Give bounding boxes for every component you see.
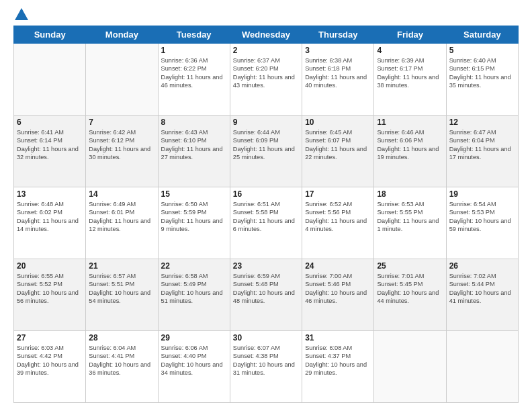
day-number: 13 — [17, 189, 83, 199]
calendar-day-header: Thursday — [302, 26, 374, 44]
day-number: 5 — [449, 46, 515, 55]
day-info: Sunrise: 7:02 AM Sunset: 5:44 PM Dayligh… — [449, 272, 515, 306]
calendar-cell — [86, 44, 158, 116]
calendar-cell: 3Sunrise: 6:38 AM Sunset: 6:18 PM Daylig… — [302, 44, 374, 116]
day-number: 26 — [449, 261, 515, 271]
day-number: 15 — [161, 189, 227, 199]
calendar-week-row: 1Sunrise: 6:36 AM Sunset: 6:22 PM Daylig… — [14, 44, 519, 116]
day-number: 9 — [233, 118, 299, 127]
day-info: Sunrise: 6:39 AM Sunset: 6:17 PM Dayligh… — [377, 56, 443, 90]
calendar-cell: 24Sunrise: 7:00 AM Sunset: 5:46 PM Dayli… — [302, 259, 374, 331]
day-info: Sunrise: 6:38 AM Sunset: 6:18 PM Dayligh… — [305, 56, 371, 90]
calendar-cell: 25Sunrise: 7:01 AM Sunset: 5:45 PM Dayli… — [374, 259, 446, 331]
calendar-cell: 20Sunrise: 6:55 AM Sunset: 5:52 PM Dayli… — [14, 259, 86, 331]
calendar-cell: 12Sunrise: 6:47 AM Sunset: 6:04 PM Dayli… — [446, 116, 518, 187]
day-info: Sunrise: 6:40 AM Sunset: 6:15 PM Dayligh… — [449, 56, 515, 90]
day-info: Sunrise: 6:50 AM Sunset: 5:59 PM Dayligh… — [161, 200, 227, 234]
day-info: Sunrise: 6:53 AM Sunset: 5:55 PM Dayligh… — [377, 200, 443, 234]
calendar-cell: 6Sunrise: 6:41 AM Sunset: 6:14 PM Daylig… — [14, 116, 86, 187]
calendar-cell: 13Sunrise: 6:48 AM Sunset: 6:02 PM Dayli… — [14, 187, 86, 259]
day-info: Sunrise: 6:57 AM Sunset: 5:51 PM Dayligh… — [89, 272, 154, 306]
calendar-cell: 18Sunrise: 6:53 AM Sunset: 5:55 PM Dayli… — [374, 187, 446, 259]
calendar-table: SundayMondayTuesdayWednesdayThursdayFrid… — [13, 26, 519, 403]
calendar-cell: 14Sunrise: 6:49 AM Sunset: 6:01 PM Dayli… — [86, 187, 158, 259]
day-number: 31 — [305, 333, 371, 342]
day-number: 20 — [17, 261, 83, 271]
day-info: Sunrise: 6:49 AM Sunset: 6:01 PM Dayligh… — [89, 200, 154, 234]
day-info: Sunrise: 7:01 AM Sunset: 5:45 PM Dayligh… — [377, 272, 443, 306]
calendar-cell: 17Sunrise: 6:52 AM Sunset: 5:56 PM Dayli… — [302, 187, 374, 259]
day-info: Sunrise: 6:08 AM Sunset: 4:37 PM Dayligh… — [305, 344, 371, 377]
day-info: Sunrise: 6:37 AM Sunset: 6:20 PM Dayligh… — [233, 56, 299, 90]
calendar-week-row: 13Sunrise: 6:48 AM Sunset: 6:02 PM Dayli… — [14, 187, 519, 259]
day-info: Sunrise: 6:51 AM Sunset: 5:58 PM Dayligh… — [233, 200, 299, 234]
day-number: 27 — [17, 333, 83, 342]
calendar-cell: 21Sunrise: 6:57 AM Sunset: 5:51 PM Dayli… — [86, 259, 158, 331]
calendar-cell: 5Sunrise: 6:40 AM Sunset: 6:15 PM Daylig… — [446, 44, 518, 116]
day-number: 16 — [233, 189, 299, 199]
calendar-day-header: Friday — [374, 26, 446, 44]
day-number: 2 — [233, 46, 299, 55]
day-number: 29 — [161, 333, 227, 342]
day-number: 14 — [89, 189, 154, 199]
day-number: 21 — [89, 261, 154, 271]
calendar-cell: 15Sunrise: 6:50 AM Sunset: 5:59 PM Dayli… — [158, 187, 230, 259]
calendar-cell: 1Sunrise: 6:36 AM Sunset: 6:22 PM Daylig… — [158, 44, 230, 116]
calendar-cell: 22Sunrise: 6:58 AM Sunset: 5:49 PM Dayli… — [158, 259, 230, 331]
calendar-cell — [446, 331, 518, 403]
calendar-day-header: Tuesday — [158, 26, 230, 44]
calendar-cell — [14, 44, 86, 116]
calendar-day-header: Saturday — [446, 26, 518, 44]
calendar-week-row: 27Sunrise: 6:03 AM Sunset: 4:42 PM Dayli… — [14, 331, 519, 403]
day-number: 28 — [89, 333, 154, 342]
calendar-cell: 10Sunrise: 6:45 AM Sunset: 6:07 PM Dayli… — [302, 116, 374, 187]
calendar-week-row: 20Sunrise: 6:55 AM Sunset: 5:52 PM Dayli… — [14, 259, 519, 331]
calendar-week-row: 6Sunrise: 6:41 AM Sunset: 6:14 PM Daylig… — [14, 116, 519, 187]
day-number: 24 — [305, 261, 371, 271]
day-info: Sunrise: 6:07 AM Sunset: 4:38 PM Dayligh… — [233, 344, 299, 377]
calendar-cell: 30Sunrise: 6:07 AM Sunset: 4:38 PM Dayli… — [230, 331, 302, 403]
day-number: 4 — [377, 46, 443, 55]
calendar-cell: 16Sunrise: 6:51 AM Sunset: 5:58 PM Dayli… — [230, 187, 302, 259]
calendar-cell: 9Sunrise: 6:44 AM Sunset: 6:09 PM Daylig… — [230, 116, 302, 187]
day-info: Sunrise: 6:06 AM Sunset: 4:40 PM Dayligh… — [161, 344, 227, 377]
calendar-cell: 19Sunrise: 6:54 AM Sunset: 5:53 PM Dayli… — [446, 187, 518, 259]
day-info: Sunrise: 6:54 AM Sunset: 5:53 PM Dayligh… — [449, 200, 515, 234]
day-number: 30 — [233, 333, 299, 342]
calendar-cell — [374, 331, 446, 403]
calendar-cell: 29Sunrise: 6:06 AM Sunset: 4:40 PM Dayli… — [158, 331, 230, 403]
day-info: Sunrise: 6:44 AM Sunset: 6:09 PM Dayligh… — [233, 128, 299, 162]
day-info: Sunrise: 6:03 AM Sunset: 4:42 PM Dayligh… — [17, 344, 83, 377]
day-number: 11 — [377, 118, 443, 127]
day-info: Sunrise: 6:42 AM Sunset: 6:12 PM Dayligh… — [89, 128, 154, 162]
calendar-day-header: Sunday — [14, 26, 86, 44]
day-number: 12 — [449, 118, 515, 127]
day-info: Sunrise: 6:36 AM Sunset: 6:22 PM Dayligh… — [161, 56, 227, 90]
day-info: Sunrise: 7:00 AM Sunset: 5:46 PM Dayligh… — [305, 272, 371, 306]
logo — [13, 11, 28, 20]
calendar-cell: 31Sunrise: 6:08 AM Sunset: 4:37 PM Dayli… — [302, 331, 374, 403]
day-info: Sunrise: 6:04 AM Sunset: 4:41 PM Dayligh… — [89, 344, 154, 377]
day-info: Sunrise: 6:52 AM Sunset: 5:56 PM Dayligh… — [305, 200, 371, 234]
day-number: 22 — [161, 261, 227, 271]
day-number: 25 — [377, 261, 443, 271]
calendar-cell: 11Sunrise: 6:46 AM Sunset: 6:06 PM Dayli… — [374, 116, 446, 187]
day-number: 23 — [233, 261, 299, 271]
day-info: Sunrise: 6:47 AM Sunset: 6:04 PM Dayligh… — [449, 128, 515, 162]
calendar-cell: 2Sunrise: 6:37 AM Sunset: 6:20 PM Daylig… — [230, 44, 302, 116]
calendar-cell: 7Sunrise: 6:42 AM Sunset: 6:12 PM Daylig… — [86, 116, 158, 187]
calendar-day-header: Wednesday — [230, 26, 302, 44]
calendar-day-header: Monday — [86, 26, 158, 44]
day-info: Sunrise: 6:45 AM Sunset: 6:07 PM Dayligh… — [305, 128, 371, 162]
calendar-cell: 28Sunrise: 6:04 AM Sunset: 4:41 PM Dayli… — [86, 331, 158, 403]
day-info: Sunrise: 6:55 AM Sunset: 5:52 PM Dayligh… — [17, 272, 83, 306]
page: SundayMondayTuesdayWednesdayThursdayFrid… — [0, 0, 532, 411]
day-info: Sunrise: 6:43 AM Sunset: 6:10 PM Dayligh… — [161, 128, 227, 162]
calendar-cell: 26Sunrise: 7:02 AM Sunset: 5:44 PM Dayli… — [446, 259, 518, 331]
day-info: Sunrise: 6:58 AM Sunset: 5:49 PM Dayligh… — [161, 272, 227, 306]
calendar-cell: 23Sunrise: 6:59 AM Sunset: 5:48 PM Dayli… — [230, 259, 302, 331]
day-info: Sunrise: 6:48 AM Sunset: 6:02 PM Dayligh… — [17, 200, 83, 234]
day-number: 6 — [17, 118, 83, 127]
calendar-header-row: SundayMondayTuesdayWednesdayThursdayFrid… — [14, 26, 519, 44]
calendar-cell: 4Sunrise: 6:39 AM Sunset: 6:17 PM Daylig… — [374, 44, 446, 116]
